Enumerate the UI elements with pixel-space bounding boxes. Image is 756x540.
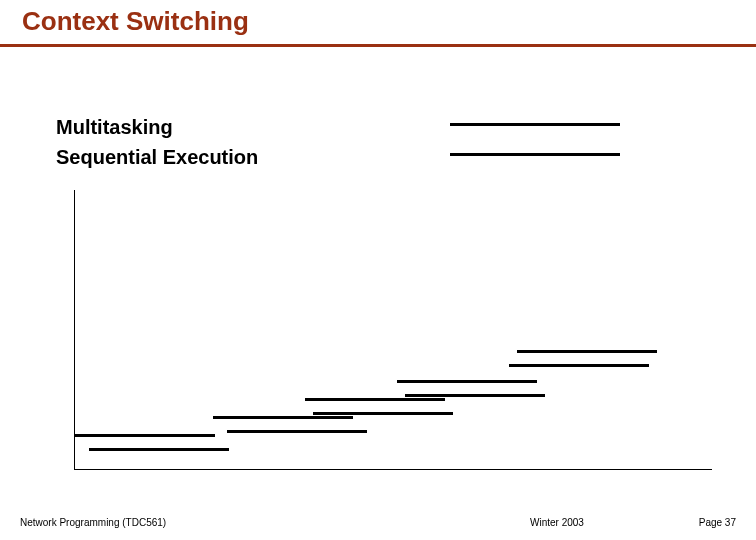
- segment-Multi E: [509, 364, 649, 367]
- segment-Seq C: [305, 398, 445, 401]
- label-sequential: Sequential Execution: [56, 146, 258, 169]
- segment-Seq A: [75, 434, 215, 437]
- segment-Multi B: [227, 430, 367, 433]
- segment-Multi C: [313, 412, 453, 415]
- legend-line-1: [450, 153, 620, 156]
- segment-Multi D: [405, 394, 545, 397]
- label-multitasking: Multitasking: [56, 116, 173, 139]
- segment-Seq E: [517, 350, 657, 353]
- title-underline: [0, 44, 756, 47]
- segment-Seq B: [213, 416, 353, 419]
- footer-mid: Winter 2003: [530, 517, 584, 528]
- timeline-chart: [74, 190, 712, 470]
- slide-title: Context Switching: [22, 6, 249, 37]
- legend-line-0: [450, 123, 620, 126]
- footer-right: Page 37: [699, 517, 736, 528]
- segment-Seq D: [397, 380, 537, 383]
- footer-left: Network Programming (TDC561): [20, 517, 166, 528]
- segment-Multi A: [89, 448, 229, 451]
- slide: Context Switching Multitasking Sequentia…: [0, 0, 756, 540]
